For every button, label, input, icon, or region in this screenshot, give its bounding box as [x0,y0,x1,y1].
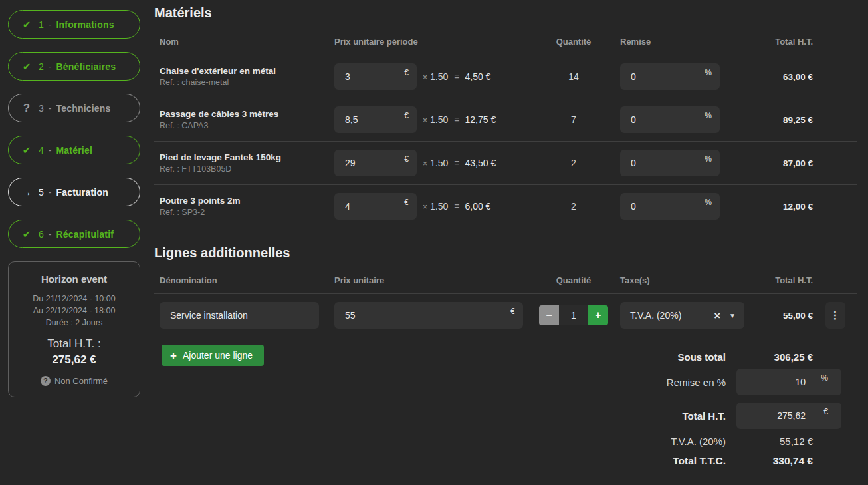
footer-area: + Ajouter une ligne Sous total 306,25 € … [154,345,857,467]
facturation-page: ✔ 1 - Informations ✔ 2 - Bénéficiaires ?… [0,0,868,485]
total-ht-label: Total H.T. [682,410,726,422]
subtotal-row: Sous total 306,25 € [667,351,857,363]
period-price: 12,75 € [465,114,496,125]
main-content: Matériels Nom Prix unitaire période Quan… [154,0,868,485]
material-name-cell: Passage de câbles 3 mètres Ref. : CAPA3 [160,109,334,130]
material-total: 63,00 € [720,72,813,82]
check-icon: ✔ [21,144,33,156]
equals-sign: = [454,201,459,212]
plus-icon: + [595,309,601,321]
equals-sign: = [454,114,459,125]
material-quantity: 2 [554,158,594,168]
discount-input[interactable] [620,106,720,133]
discount-input[interactable] [620,193,720,220]
arrow-right-icon: → [21,186,33,198]
step-dash: - [49,187,52,198]
total-ttc-row: Total T.T.C. 330,74 € [667,455,857,467]
col-header-prix-unitaire: Prix unitaire [334,275,554,285]
increment-button[interactable]: + [588,305,608,325]
total-ttc-value: 330,74 € [736,455,857,467]
discount-input[interactable] [620,63,720,90]
status-badge: Non Confirmé [54,376,108,386]
material-name-cell: Poutre 3 points 2m Ref. : SP3-2 [160,196,334,217]
step-label: Bénéficiaires [56,61,116,72]
step-number: 5 [39,187,44,198]
quantity-stepper: − 1 + [539,305,608,325]
event-summary-card: Horizon event Du 21/12/2024 - 10:00 Au 2… [8,261,140,397]
step-materiel[interactable]: ✔ 4 - Matériel [8,136,140,164]
table-row: Poutre 3 points 2m Ref. : SP3-2 € × 1.50… [154,185,857,228]
event-status: ? Non Confirmé [15,376,133,386]
total-ttc-label: Total T.T.C. [673,455,726,467]
period-multiplier: 1.50 [430,158,448,168]
table-row: € − 1 + T.V.A. (20%) × ▼ 55,00 € ⋮ [154,294,857,337]
step-label: Techniciens [56,103,110,114]
material-total: 87,00 € [720,158,813,168]
step-number: 1 [39,19,44,30]
step-informations[interactable]: ✔ 1 - Informations [8,10,140,39]
step-label: Récapitulatif [56,229,114,240]
step-techniciens[interactable]: ? 3 - Techniciens [8,94,140,122]
material-name: Passage de câbles 3 mètres [160,109,334,119]
material-ref: Ref. : SP3-2 [160,208,334,217]
col-header-denomination: Dénomination [160,275,334,285]
period-price: 6,00 € [465,201,490,212]
decrement-button[interactable]: − [539,305,559,325]
step-beneficiaires[interactable]: ✔ 2 - Bénéficiaires [8,52,140,81]
event-title: Horizon event [15,273,133,285]
step-dash: - [49,103,52,114]
material-price-cell: € × 1.50 = 12,75 € [334,106,554,133]
step-facturation[interactable]: → 5 - Facturation [8,178,140,206]
unit-price-input[interactable] [334,193,417,220]
unit-price-input[interactable] [334,106,417,133]
total-ht-input[interactable] [736,403,841,429]
multiply-icon: × [423,116,427,125]
step-recapitulatif[interactable]: ✔ 6 - Récapitulatif [8,220,140,248]
step-dash: - [49,61,52,72]
equals-sign: = [454,71,459,82]
col-header-total-ht: Total H.T. [720,275,813,285]
material-total: 12,00 € [720,202,813,212]
step-number: 3 [39,103,44,114]
material-quantity: 14 [554,71,594,82]
multiply-icon: × [423,202,427,212]
denomination-input[interactable] [160,302,319,329]
tva-label: T.V.A. (20%) [671,436,726,447]
discount-input[interactable] [620,150,720,176]
additional-table-header: Dénomination Prix unitaire Quantité Taxe… [154,269,857,294]
multiply-icon: × [423,73,427,82]
global-discount-input[interactable] [736,369,841,395]
material-ref: Ref. : FTT103B05D [160,164,334,174]
col-header-quantite: Quantité [554,275,594,285]
event-date-from: Du 21/12/2024 - 10:00 [15,293,133,305]
unit-price-input[interactable] [334,63,417,90]
row-menu-button[interactable]: ⋮ [825,302,845,329]
period-multiplier: 1.50 [430,201,448,212]
subtotal-label: Sous total [677,351,726,363]
step-number: 6 [39,229,44,240]
unit-price-input[interactable] [334,150,417,176]
tva-row: T.V.A. (20%) 55,12 € [667,436,857,447]
period-multiplier: 1.50 [430,114,448,125]
event-duration: Durée : 2 Jours [15,317,133,329]
event-total-label: Total H.T. : [15,337,133,351]
material-quantity: 2 [554,201,594,212]
material-total: 89,25 € [720,115,813,125]
step-label: Facturation [56,187,108,198]
tva-value: 55,12 € [736,436,857,447]
discount-label: Remise en % [667,377,726,388]
period-price: 43,50 € [465,158,496,168]
additional-lines-section-title: Lignes additionnelles [154,245,857,261]
add-line-button[interactable]: + Ajouter une ligne [162,345,264,366]
table-row: Pied de levage Fantek 150kg Ref. : FTT10… [154,142,857,185]
col-header-remise: Remise [620,37,720,47]
minus-icon: − [546,309,552,321]
col-header-taxes: Taxe(s) [620,275,720,285]
unit-price-input[interactable] [334,302,523,329]
material-price-cell: € × 1.50 = 4,50 € [334,63,554,90]
global-discount-row: Remise en % % [667,369,857,395]
quantity-value: 1 [559,305,588,325]
materials-table-header: Nom Prix unitaire période Quantité Remis… [154,30,857,55]
steps-sidebar: ✔ 1 - Informations ✔ 2 - Bénéficiaires ?… [0,0,154,485]
period-price: 4,50 € [465,71,490,82]
